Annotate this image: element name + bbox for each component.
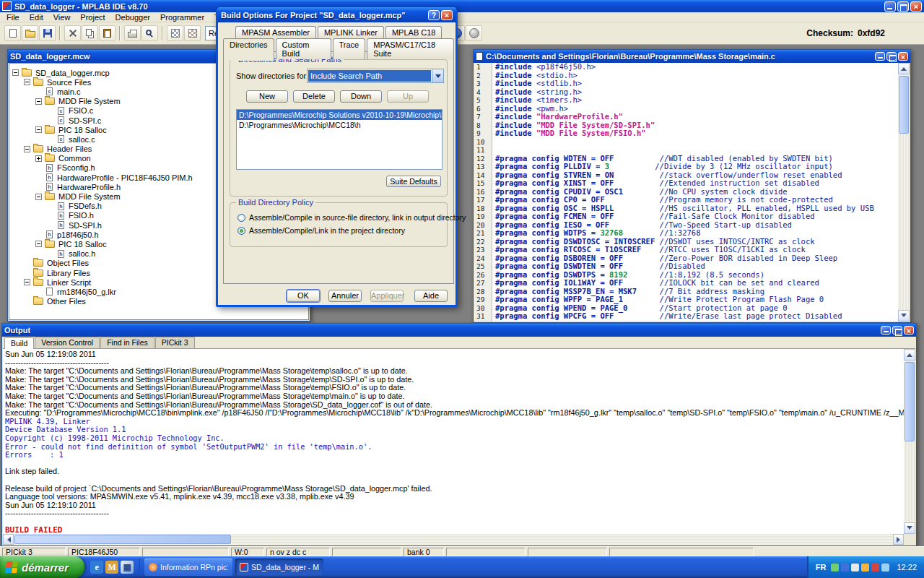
output-horizontal-scrollbar[interactable] [3, 534, 904, 545]
new-button[interactable]: New [246, 90, 288, 103]
show-desktop-icon[interactable] [121, 561, 134, 574]
radio-source-dir[interactable] [237, 214, 245, 222]
language-indicator[interactable]: FR [816, 563, 827, 571]
display-icon[interactable] [841, 564, 849, 571]
save-icon[interactable] [39, 25, 56, 41]
scroll-down-icon[interactable] [904, 522, 915, 534]
maximize-button[interactable] [897, 1, 909, 12]
output-minimize-button[interactable] [881, 326, 891, 335]
collapse-icon[interactable] [24, 279, 30, 285]
menu-project[interactable]: Project [75, 13, 110, 22]
path-item[interactable]: D:\Programmes\Microchip Solutions v2010-… [237, 110, 442, 120]
task-button[interactable]: Information RPn pic1... [144, 558, 232, 576]
open-file-icon[interactable] [22, 25, 38, 41]
copy-icon[interactable] [82, 25, 98, 41]
editor-minimize-button[interactable] [875, 52, 885, 61]
collapse-icon[interactable] [35, 126, 42, 133]
editor-maximize-button[interactable] [886, 52, 897, 61]
antivirus-icon[interactable] [871, 564, 879, 571]
expand-icon[interactable] [35, 155, 42, 162]
cancel-button[interactable]: Annuler [328, 290, 362, 302]
usb-icon[interactable] [881, 564, 889, 571]
output-tab-find-in-files[interactable]: Find in Files [100, 337, 154, 348]
scroll-thumb[interactable] [899, 76, 909, 134]
tree-item-label: Common [58, 154, 94, 163]
apply-button[interactable]: Appliquer [370, 290, 404, 302]
output-vertical-scrollbar[interactable] [904, 349, 915, 534]
dialog-titlebar[interactable]: Build Options For Project "SD_data_logge… [217, 7, 456, 22]
editor-window-titlebar[interactable]: C:\Documents and Settings\Florian\Bureau… [474, 50, 910, 63]
dialog-help-icon[interactable] [428, 10, 440, 20]
menu-programmer[interactable]: Programmer [155, 13, 209, 22]
output-line: Sun Jun 05 12:19:08 2011 [5, 350, 904, 359]
volume-icon[interactable] [851, 564, 859, 571]
pause-icon[interactable] [466, 25, 482, 41]
scroll-right-icon[interactable] [893, 534, 904, 545]
collapse-icon[interactable] [24, 79, 30, 85]
output-tab-version-control[interactable]: Version Control [35, 337, 100, 348]
print-icon[interactable] [124, 25, 141, 41]
up-button[interactable]: Up [387, 90, 429, 103]
project-window-title: SD_data_logger.mcw [10, 52, 90, 61]
output-tab-build[interactable]: Build [4, 337, 34, 349]
output-maximize-button[interactable] [892, 326, 902, 335]
start-button[interactable]: démarrer [0, 556, 84, 578]
dialog-close-button[interactable] [441, 10, 453, 20]
scroll-up-icon[interactable] [898, 63, 910, 74]
ok-button[interactable]: OK [287, 290, 320, 302]
show-directories-label: Show directories for: [236, 72, 308, 80]
tab-directories[interactable]: Directories [223, 38, 274, 61]
path-item[interactable]: D:\Programmes\Microchip\MCC18\h [237, 120, 442, 130]
task-button[interactable]: SD_data_logger - MP... [235, 558, 323, 576]
suite-defaults-button[interactable]: Suite Defaults [386, 176, 441, 187]
down-button[interactable]: Down [340, 90, 382, 103]
show-directories-combo[interactable]: Include Search Path [307, 69, 444, 83]
find-icon[interactable] [141, 25, 158, 41]
radio-project-dir[interactable] [237, 227, 245, 235]
updates-icon[interactable] [861, 564, 869, 571]
cut-icon[interactable] [64, 25, 81, 41]
output-close-button[interactable] [904, 326, 914, 335]
menu-file[interactable]: File [1, 13, 25, 22]
new-file-icon[interactable] [4, 25, 21, 41]
network-icon[interactable] [831, 564, 839, 571]
tab-mpasm-c17-c18-suite[interactable]: MPASM/C17/C18 Suite [367, 38, 454, 59]
collapse-icon[interactable] [35, 98, 42, 105]
outlook-icon[interactable] [105, 561, 118, 574]
scroll-down-icon[interactable] [898, 310, 910, 322]
delete-button[interactable]: Delete [293, 90, 335, 103]
editor-vertical-scrollbar[interactable] [898, 63, 910, 322]
tab-mplink-linker[interactable]: MPLINK Linker [318, 26, 384, 38]
output-content[interactable]: Sun Jun 05 12:19:08 2011----------------… [3, 349, 904, 534]
checker-b-icon[interactable] [184, 25, 201, 41]
paths-listbox[interactable]: D:\Programmes\Microchip Solutions v2010-… [236, 109, 443, 170]
paste-icon[interactable] [99, 25, 116, 41]
editor-close-button[interactable] [898, 52, 908, 61]
collapse-icon[interactable] [12, 69, 19, 76]
collapse-icon[interactable] [35, 194, 42, 200]
internet-explorer-icon[interactable] [90, 561, 103, 574]
folder-icon [33, 298, 43, 305]
tab-mplab-c18[interactable]: MPLAB C18 [385, 26, 443, 38]
tab-custom-build[interactable]: Custom Build [276, 38, 331, 59]
scroll-thumb[interactable] [905, 362, 915, 441]
collapse-icon[interactable] [35, 241, 42, 247]
help-button[interactable]: Aide [414, 290, 448, 302]
tab-trace[interactable]: Trace [333, 38, 366, 59]
code-area[interactable]: 1#include <p18f46j50.h>2#include <stdio.… [474, 63, 898, 322]
menu-debugger[interactable]: Debugger [110, 13, 155, 22]
output-tab-pickit-3[interactable]: PICkit 3 [155, 337, 195, 348]
output-window-titlebar[interactable]: Output [2, 324, 916, 337]
collapse-icon[interactable] [24, 146, 30, 152]
scroll-left-icon[interactable] [3, 534, 14, 545]
checker-a-icon[interactable] [167, 25, 183, 41]
close-button[interactable] [910, 1, 922, 12]
combo-chevron-down-icon[interactable] [432, 69, 443, 82]
menu-view[interactable]: View [48, 13, 76, 22]
directories-tab-panel: Directories and Search Paths Show direct… [223, 51, 454, 284]
minimize-button[interactable] [884, 1, 896, 12]
scroll-thumb[interactable] [14, 535, 231, 544]
scroll-up-icon[interactable] [904, 349, 915, 361]
tab-mpasm-assembler[interactable]: MPASM Assembler [235, 26, 316, 38]
menu-edit[interactable]: Edit [25, 13, 48, 22]
